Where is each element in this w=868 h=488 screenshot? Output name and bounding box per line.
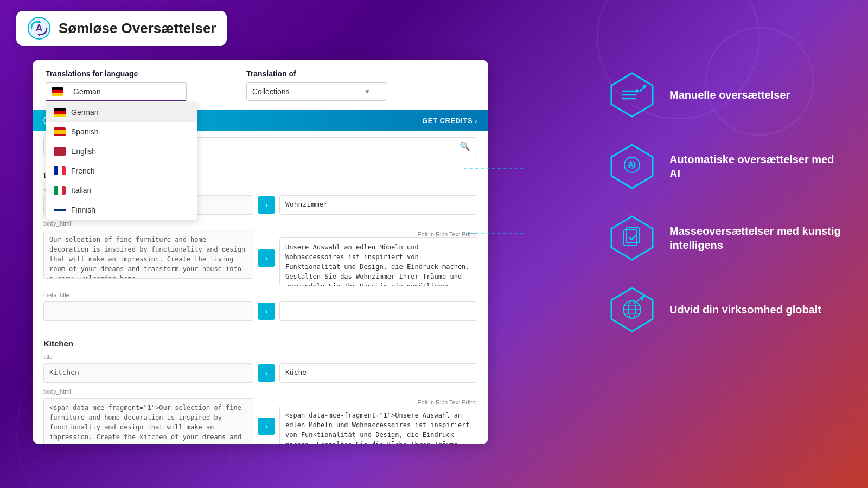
translation-of-label: Translation of: [246, 69, 475, 78]
translations-for-label: Translations for language: [46, 69, 230, 78]
language-dropdown-display[interactable]: German: [46, 82, 187, 101]
translation-of-select[interactable]: Collections ▼: [246, 82, 387, 101]
feature-text-manual: Manuelle oversættelser: [669, 88, 846, 102]
translation-of-value: Collections: [252, 87, 289, 96]
features-panel: Manuelle oversættelser AI Automatiske ov…: [608, 70, 846, 357]
lang-label-german: German: [71, 108, 99, 117]
target-wrapper-title-1: Wohnzimmer: [279, 195, 477, 215]
target-meta-living-room[interactable]: [279, 301, 477, 321]
target-wrapper-meta-1: [279, 301, 477, 321]
feature-text-block-global: Udvid din virksomhed globalt: [669, 303, 846, 317]
feature-item-ai: AI Automatiske oversættelser med AI: [608, 142, 846, 191]
language-dropdown-menu: German Spanish English French: [46, 102, 197, 220]
target-body-living-room[interactable]: Unsere Auswahl an edlen Möbeln und Wohna…: [279, 237, 477, 286]
field-label-title-2: title: [43, 354, 477, 360]
field-row-body-2: <span data-mce-fragment="1">Our selectio…: [43, 398, 477, 444]
feature-item-manual: Manuelle oversættelser: [608, 70, 846, 119]
lang-label-english: English: [71, 147, 96, 156]
field-label-body-2: body_html: [43, 388, 477, 395]
translations-for-col: Translations for language German German: [46, 69, 230, 101]
translation-of-col: Translation of Collections ▼: [246, 69, 475, 101]
target-title-living-room[interactable]: Wohnzimmer: [279, 195, 477, 215]
lang-option-spanish[interactable]: Spanish: [46, 122, 197, 142]
feature-text-block-bulk: Masseoversættelser med kunstig intellige…: [669, 224, 846, 252]
flag-fr: [54, 166, 66, 175]
field-row-meta-1: ›: [43, 301, 477, 321]
lang-label-finnish: Finnish: [71, 206, 95, 214]
chevron-down-icon: ▼: [364, 88, 371, 95]
translate-body-kitchen-btn[interactable]: ›: [258, 418, 275, 435]
connector-1: [464, 168, 524, 169]
translate-body-living-room-btn[interactable]: ›: [258, 249, 275, 267]
item-title-kitchen: Kitchen: [43, 339, 477, 348]
translate-title-kitchen-btn[interactable]: ›: [258, 364, 275, 382]
feature-text-ai: Automatiske oversættelser med AI: [669, 152, 846, 181]
app-title: Sømløse Oversættelser: [59, 20, 216, 37]
feature-hex-manual: [608, 70, 656, 119]
lang-label-spanish: Spanish: [71, 127, 99, 136]
app-logo: A: [27, 16, 51, 40]
target-wrapper-title-2: Küche: [279, 363, 477, 383]
edit-rich-text-label-2[interactable]: Edit in Rich Text Editor: [279, 399, 477, 406]
lang-option-italian[interactable]: Italian: [46, 181, 197, 200]
field-label-meta-1: meta_title: [43, 292, 477, 298]
svg-text:A: A: [36, 23, 43, 34]
feature-hex-ai: AI: [608, 142, 656, 191]
source-body-kitchen[interactable]: <span data-mce-fragment="1">Our selectio…: [43, 398, 253, 444]
translation-of-dropdown-wrapper[interactable]: Collections ▼: [246, 82, 387, 101]
edit-rich-text-label-1[interactable]: Edit in Rich Text Editor: [279, 231, 477, 237]
source-title-kitchen[interactable]: Kitchen: [43, 363, 253, 383]
main-container: Translations for language German German: [33, 60, 488, 472]
translate-title-living-room-btn[interactable]: ›: [258, 196, 275, 214]
panel-header: Translations for language German German: [33, 60, 488, 101]
translation-panel: Translations for language German German: [33, 60, 488, 444]
feature-text-bulk: Masseoversættelser med kunstig intellige…: [669, 224, 846, 252]
source-meta-living-room[interactable]: [43, 301, 253, 321]
target-wrapper-body-2: Edit in Rich Text Editor <span data-mce-…: [279, 398, 477, 444]
flag-fi: [54, 206, 66, 214]
get-credits-button[interactable]: GET CREDITS ›: [422, 117, 477, 125]
feature-item-bulk: Masseoversættelser med kunstig intellige…: [608, 214, 846, 262]
flag-es: [54, 127, 66, 136]
lang-option-french[interactable]: French: [46, 161, 197, 181]
translate-meta-living-room-btn[interactable]: ›: [258, 303, 275, 320]
header: A Sømløse Oversættelser: [16, 11, 227, 46]
flag-it: [54, 186, 66, 195]
feature-text-global: Udvid din virksomhed globalt: [669, 303, 846, 317]
lang-option-english[interactable]: English: [46, 142, 197, 161]
feature-hex-global: [608, 285, 656, 334]
lang-label-italian: Italian: [71, 186, 91, 195]
field-row-title-2: Kitchen › Küche: [43, 363, 477, 383]
collection-item-kitchen: Kitchen title Kitchen › Küche body_html …: [33, 330, 488, 444]
selected-flag: [52, 87, 63, 96]
connector-2: [464, 233, 524, 234]
target-wrapper-body-1: Edit in Rich Text Editor Unsere Auswahl …: [279, 230, 477, 286]
lang-option-german[interactable]: German: [46, 102, 197, 122]
selected-language-label: German: [73, 87, 101, 96]
feature-text-block-ai: Automatiske oversættelser med AI: [669, 152, 846, 181]
search-icon: 🔍: [459, 141, 470, 151]
field-label-body-1: body_html: [43, 220, 477, 227]
lang-option-finnish[interactable]: Finnish: [46, 200, 197, 220]
flag-us: [54, 147, 66, 156]
feature-item-global: Udvid din virksomhed globalt: [608, 285, 846, 334]
target-body-kitchen[interactable]: <span data-mce-fragment="1">Unsere Auswa…: [279, 406, 477, 444]
flag-de: [54, 108, 66, 117]
source-body-living-room[interactable]: Our selection of fine furniture and home…: [43, 230, 253, 279]
lang-label-french: French: [71, 166, 95, 175]
language-dropdown-wrapper[interactable]: German German Spanish: [46, 82, 230, 101]
svg-marker-17: [611, 216, 653, 260]
feature-hex-bulk: [608, 214, 656, 262]
field-row-body-1: Our selection of fine furniture and home…: [43, 230, 477, 286]
target-title-kitchen[interactable]: Küche: [279, 363, 477, 383]
feature-text-block-manual: Manuelle oversættelser: [669, 88, 846, 102]
